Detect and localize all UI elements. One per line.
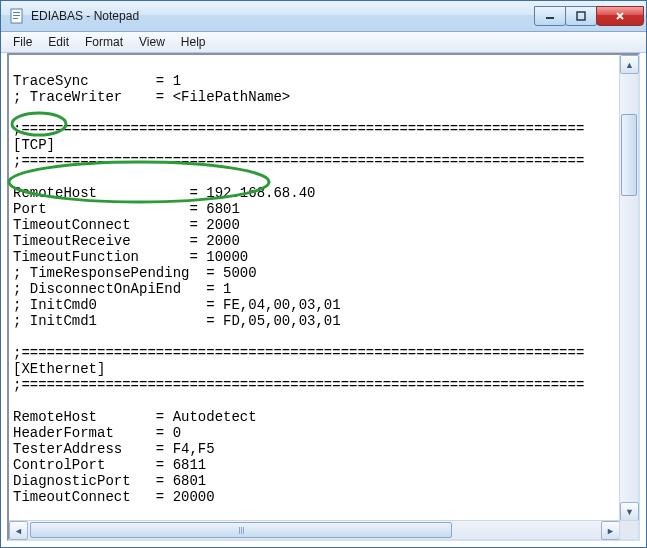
text-line: ;=======================================…: [13, 377, 584, 393]
svg-rect-5: [577, 12, 585, 20]
text-line: TimeoutReceive = 2000: [13, 233, 240, 249]
scroll-track-vertical[interactable]: [620, 74, 638, 502]
notepad-icon: [9, 8, 25, 24]
text-line: TraceSync = 1: [13, 73, 181, 89]
horizontal-scrollbar[interactable]: ◄ ►: [9, 520, 620, 539]
scroll-track-horizontal[interactable]: [28, 521, 601, 539]
text-line: ; TimeResponsePending = 5000: [13, 265, 257, 281]
menubar: File Edit Format View Help: [1, 32, 646, 53]
text-editor[interactable]: TraceSync = 1 ; TraceWriter = <FilePathN…: [9, 55, 620, 521]
svg-rect-4: [546, 17, 554, 19]
content-area: TraceSync = 1 ; TraceWriter = <FilePathN…: [7, 53, 640, 541]
window-buttons: [535, 6, 644, 26]
text-line: HeaderFormat = 0: [13, 425, 181, 441]
menu-format[interactable]: Format: [77, 33, 131, 51]
svg-rect-1: [13, 12, 20, 13]
titlebar[interactable]: EDIABAS - Notepad: [1, 1, 646, 32]
text-line: Port = 6801: [13, 201, 240, 217]
vertical-scrollbar[interactable]: ▲ ▼: [619, 55, 638, 521]
scroll-right-button[interactable]: ►: [601, 521, 620, 540]
text-line: ;=======================================…: [13, 153, 584, 169]
grip-icon: [239, 527, 244, 534]
text-line: RemoteHost = 192.168.68.40: [13, 185, 315, 201]
text-line: ;=======================================…: [13, 345, 584, 361]
text-line: TimeoutFunction = 10000: [13, 249, 248, 265]
text-line: TimeoutConnect = 20000: [13, 489, 215, 505]
scrollbar-corner: [619, 520, 638, 539]
svg-rect-3: [13, 18, 18, 19]
text-line: RemoteHost = Autodetect: [13, 409, 257, 425]
scroll-thumb-vertical[interactable]: [621, 114, 637, 196]
text-line: TimeoutConnect = 2000: [13, 217, 240, 233]
maximize-button[interactable]: [565, 6, 597, 26]
menu-edit[interactable]: Edit: [40, 33, 77, 51]
menu-help[interactable]: Help: [173, 33, 214, 51]
menu-file[interactable]: File: [5, 33, 40, 51]
scroll-left-button[interactable]: ◄: [9, 521, 28, 540]
text-line: ; TraceWriter = <FilePathName>: [13, 89, 290, 105]
text-line: DiagnosticPort = 6801: [13, 473, 206, 489]
scroll-up-button[interactable]: ▲: [620, 55, 639, 74]
menu-view[interactable]: View: [131, 33, 173, 51]
window-title: EDIABAS - Notepad: [31, 9, 535, 23]
notepad-window: EDIABAS - Notepad File Edit Format View …: [0, 0, 647, 548]
scroll-thumb-horizontal[interactable]: [30, 522, 452, 538]
text-line: TesterAddress = F4,F5: [13, 441, 215, 457]
text-line: ; InitCmd0 = FE,04,00,03,01: [13, 297, 341, 313]
minimize-button[interactable]: [534, 6, 566, 26]
text-line: [TCP]: [13, 137, 55, 153]
svg-rect-2: [13, 15, 20, 16]
close-button[interactable]: [596, 6, 644, 26]
text-line: ControlPort = 6811: [13, 457, 206, 473]
text-line: ;=======================================…: [13, 121, 584, 137]
text-line: ; DisconnectOnApiEnd = 1: [13, 281, 231, 297]
scroll-down-button[interactable]: ▼: [620, 502, 639, 521]
text-line: ; InitCmd1 = FD,05,00,03,01: [13, 313, 341, 329]
text-line: [XEthernet]: [13, 361, 105, 377]
